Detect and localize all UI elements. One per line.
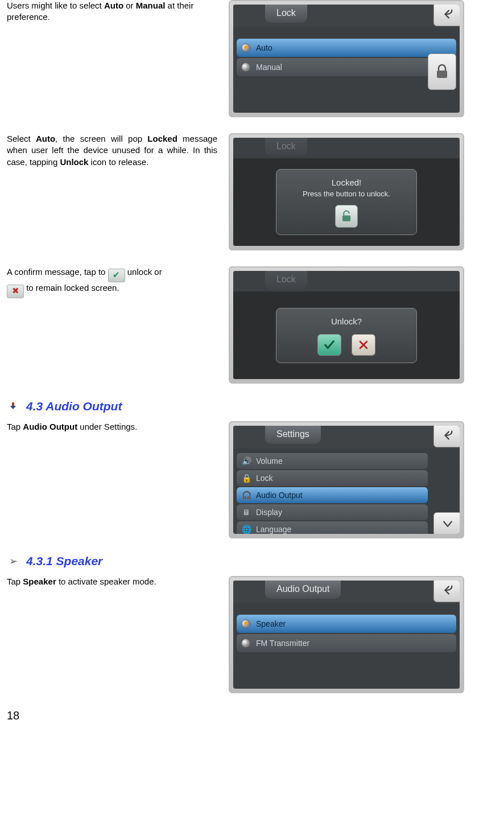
screen-title: Lock [265, 138, 307, 156]
down-arrow-bullet-icon [7, 402, 19, 412]
menu-item-label: Auto [256, 43, 272, 52]
menu-item-speaker[interactable]: Speaker [237, 615, 456, 633]
menu-item-volume[interactable]: 🔊Volume [237, 453, 428, 469]
chevron-right-bullet-icon: ➢ [7, 555, 19, 567]
paragraph-confirm: A confirm message, tap to ✔ unlock or ✖ … [7, 266, 229, 298]
checkmark-icon [323, 339, 336, 351]
svg-rect-1 [342, 215, 350, 221]
back-arrow-icon [441, 8, 454, 20]
menu-item-label: Manual [256, 63, 282, 72]
confirm-unlock-button[interactable] [317, 334, 341, 356]
scroll-down-button[interactable] [433, 512, 460, 534]
menu-item-lock[interactable]: 🔒Lock [237, 470, 428, 486]
back-arrow-icon [441, 429, 454, 442]
radio-icon [241, 63, 250, 72]
device-screenshot-unlock-confirm: Lock Unlock? [229, 266, 464, 384]
radio-icon [241, 43, 250, 52]
svg-rect-2 [12, 402, 14, 406]
menu-item-label: Audio Output [256, 491, 303, 500]
dialog-title: Locked! [287, 178, 406, 187]
chevron-down-icon [443, 520, 453, 528]
menu-item-audio-output[interactable]: 🎧Audio Output [237, 487, 428, 503]
screen-title: Audio Output [265, 581, 341, 599]
menu-item-auto[interactable]: Auto [237, 39, 456, 57]
unlock-icon [341, 210, 352, 223]
locked-dialog: Locked! Press the button to unlock. [276, 169, 417, 235]
dialog-subtitle: Press the button to unlock. [287, 190, 406, 198]
back-button[interactable] [433, 5, 460, 26]
menu-item-manual[interactable]: Manual [237, 58, 456, 76]
device-screenshot-settings-menu: Settings 🔊Volume 🔒Lock 🎧Audio Output 🖥Di… [229, 421, 464, 538]
screen-title: Settings [265, 426, 321, 444]
x-icon: ✖ [7, 285, 24, 298]
radio-icon [241, 639, 250, 648]
paragraph-speaker: Tap Speaker to activate speaker mode. [7, 576, 229, 587]
page-number: 18 [7, 709, 497, 722]
menu-item-fm-transmitter[interactable]: FM Transmitter [237, 634, 456, 652]
screen-title: Lock [265, 5, 307, 23]
dialog-title: Unlock? [287, 316, 406, 326]
paragraph-audio-output: Tap Audio Output under Settings. [7, 421, 229, 433]
menu-item-label: Language [256, 525, 291, 534]
cancel-unlock-button[interactable] [352, 334, 375, 356]
checkmark-icon: ✔ [108, 269, 125, 282]
lock-icon: 🔒 [241, 474, 251, 482]
radio-icon [241, 619, 250, 628]
menu-item-label: Display [256, 508, 282, 517]
paragraph-locked-popup: Select Auto, the screen will pop Locked … [7, 133, 229, 168]
paragraph-lock-mode: Users might like to select Auto or Manua… [7, 0, 229, 23]
menu-item-display[interactable]: 🖥Display [237, 504, 428, 520]
device-screenshot-audio-output-menu: Audio Output Speaker FM Transmitter [229, 576, 464, 693]
device-screenshot-locked-dialog: Lock Locked! Press the button to unlock. [229, 133, 464, 250]
screen-title: Lock [265, 271, 307, 289]
svg-rect-0 [437, 71, 447, 78]
x-icon [358, 339, 369, 351]
audio-icon: 🎧 [241, 491, 251, 499]
heading-speaker: 4.3.1 Speaker [26, 554, 102, 568]
menu-item-label: Volume [256, 456, 283, 466]
menu-item-label: Speaker [256, 619, 286, 628]
back-button[interactable] [433, 581, 460, 602]
lock-icon [435, 64, 449, 80]
volume-icon: 🔊 [241, 457, 251, 465]
unlock-dialog: Unlock? [276, 308, 417, 363]
unlock-button[interactable] [335, 205, 358, 228]
lock-button[interactable] [428, 54, 456, 90]
menu-item-label: FM Transmitter [256, 639, 309, 648]
menu-item-language[interactable]: 🌐Language [237, 521, 428, 534]
language-icon: 🌐 [241, 525, 251, 533]
back-arrow-icon [441, 584, 454, 596]
scroll-up-button[interactable] [433, 426, 460, 447]
heading-audio-output: 4.3 Audio Output [26, 400, 122, 413]
display-icon: 🖥 [241, 508, 251, 516]
menu-item-label: Lock [256, 474, 273, 483]
device-screenshot-lock-menu: Lock Auto Manual [229, 0, 464, 117]
